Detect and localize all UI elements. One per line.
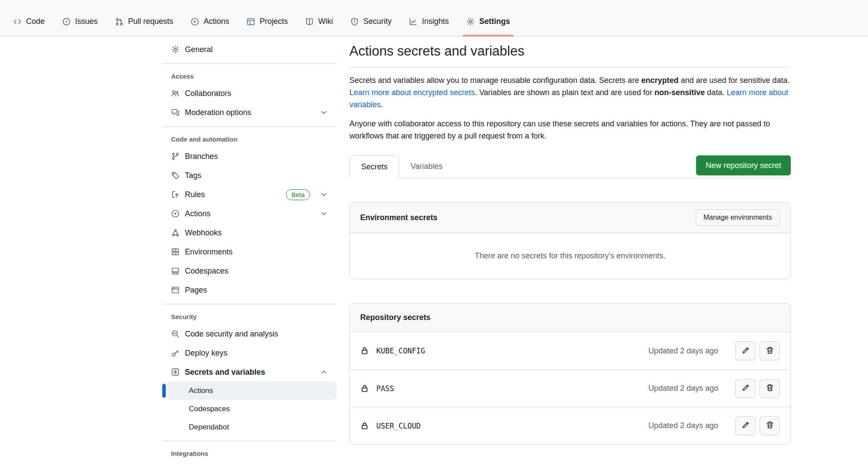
tag-icon: [171, 171, 180, 180]
pencil-icon: [741, 346, 750, 356]
description-paragraph-2: Anyone with collaborator access to this …: [349, 118, 791, 142]
secret-row-kube-config: KUBE_CONFIG Updated 2 days ago: [350, 332, 790, 369]
divider: [349, 67, 791, 67]
repo-push-icon: [171, 190, 180, 199]
link-encrypted-secrets[interactable]: Learn more about encrypted secrets: [349, 88, 475, 97]
codescan-icon: [171, 330, 180, 338]
sidebar-item-branches[interactable]: Branches: [162, 147, 337, 166]
secret-row-user-cloud: USER_CLOUD Updated 2 days ago: [350, 407, 790, 444]
sidebar-item-label: Codespaces: [189, 405, 230, 413]
pencil-icon: [741, 421, 750, 431]
sidebar-item-rules[interactable]: Rules Beta: [162, 185, 337, 204]
sidebar-item-tags[interactable]: Tags: [162, 166, 337, 185]
sidebar-item-code-security[interactable]: Code security and analysis: [162, 324, 337, 343]
chevron-down-icon: [319, 190, 328, 199]
edit-secret-button[interactable]: [735, 341, 756, 360]
tab-label: Settings: [479, 17, 510, 26]
new-repository-secret-button[interactable]: New repository secret: [696, 155, 791, 175]
sidebar-item-label: Deploy keys: [185, 349, 227, 358]
tab-settings[interactable]: Settings: [460, 7, 516, 36]
codespaces-icon: [171, 267, 180, 275]
sidebar-item-label: Branches: [185, 152, 218, 161]
gear-icon: [171, 45, 180, 54]
tab-security[interactable]: Security: [344, 7, 398, 36]
tab-issues[interactable]: Issues: [56, 7, 104, 36]
tab-code[interactable]: Code: [7, 7, 51, 36]
sidebar-item-webhooks[interactable]: Webhooks: [162, 223, 337, 242]
sidebar-item-codespaces[interactable]: Codespaces: [162, 261, 337, 280]
divider: [162, 63, 337, 64]
tab-wiki[interactable]: Wiki: [299, 7, 339, 36]
secret-name: USER_CLOUD: [376, 422, 421, 430]
sidebar-section-integrations: Integrations: [162, 445, 337, 461]
repository-secrets-title: Repository secrets: [360, 313, 431, 322]
environment-secrets-title: Environment secrets: [360, 213, 437, 222]
divider: [162, 304, 337, 304]
sidebar-subitem-codespaces[interactable]: Codespaces: [167, 400, 337, 418]
server-icon: [171, 247, 180, 256]
git-pull-request-icon: [115, 17, 124, 26]
sidebar-item-deploy-keys[interactable]: Deploy keys: [162, 343, 337, 363]
tab-label: Actions: [204, 17, 229, 26]
tab-label: Security: [363, 17, 391, 26]
code-icon: [13, 17, 22, 26]
browser-icon: [171, 286, 180, 294]
tab-label: Wiki: [318, 17, 333, 26]
delete-secret-button[interactable]: [760, 379, 780, 398]
sidebar-item-label: Moderation options: [185, 108, 251, 117]
sidebar-subitem-dependabot[interactable]: Dependabot: [167, 418, 337, 436]
gear-icon: [466, 17, 475, 26]
environment-secrets-panel: Environment secrets Manage environments …: [349, 202, 791, 279]
tab-projects[interactable]: Projects: [240, 7, 294, 36]
people-icon: [171, 89, 180, 98]
delete-secret-button[interactable]: [760, 341, 780, 360]
sidebar-subitem-actions[interactable]: Actions: [167, 382, 337, 400]
secret-updated-text: Updated 2 days ago: [648, 421, 718, 430]
sidebar-item-environments[interactable]: Environments: [162, 242, 337, 261]
repository-secrets-header: Repository secrets: [350, 303, 790, 332]
sidebar-item-general[interactable]: General: [162, 40, 337, 59]
sidebar-item-secrets-and-variables[interactable]: Secrets and variables: [162, 363, 337, 382]
asterisk-box-icon: [171, 368, 180, 376]
settings-main-content: Actions secrets and variables Secrets an…: [349, 36, 791, 445]
sidebar-item-actions[interactable]: Actions: [162, 204, 337, 223]
sidebar-section-security: Security: [162, 309, 337, 324]
tab-actions[interactable]: Actions: [184, 7, 235, 36]
lock-icon: [360, 384, 369, 393]
secret-updated-text: Updated 2 days ago: [648, 346, 718, 356]
issue-opened-icon: [62, 17, 71, 26]
edit-secret-button[interactable]: [735, 416, 756, 435]
tab-variables[interactable]: Variables: [399, 155, 454, 178]
table-icon: [247, 17, 255, 26]
trash-icon: [766, 346, 774, 356]
sidebar-item-label: Webhooks: [185, 228, 222, 237]
tab-secrets[interactable]: Secrets: [349, 155, 399, 178]
sidebar-item-collaborators[interactable]: Collaborators: [162, 84, 337, 103]
tab-pull-requests[interactable]: Pull requests: [109, 7, 179, 36]
manage-environments-button[interactable]: Manage environments: [696, 209, 780, 226]
tab-insights[interactable]: Insights: [403, 7, 455, 36]
key-icon: [171, 349, 180, 357]
sidebar-item-moderation-options[interactable]: Moderation options: [162, 103, 337, 122]
lock-icon: [360, 346, 369, 355]
repository-secrets-panel: Repository secrets KUBE_CONFIG Updated 2…: [349, 303, 791, 445]
sidebar-item-label: Environments: [185, 247, 233, 257]
graph-icon: [409, 17, 418, 26]
sidebar-item-label: Actions: [185, 209, 210, 218]
sidebar-item-pages[interactable]: Pages: [162, 280, 337, 300]
secret-name: PASS: [376, 384, 394, 393]
secret-name: KUBE_CONFIG: [376, 346, 425, 355]
edit-secret-button[interactable]: [735, 379, 756, 398]
git-branch-icon: [171, 152, 180, 161]
trash-icon: [766, 421, 774, 431]
delete-secret-button[interactable]: [760, 416, 780, 435]
webhook-icon: [171, 228, 180, 237]
chevron-down-icon: [319, 108, 328, 117]
sidebar-item-label: Actions: [189, 386, 213, 395]
tab-label: Pull requests: [128, 17, 173, 26]
sidebar-section-code-and-automation: Code and automation: [162, 131, 337, 147]
sidebar-item-label: Tags: [185, 171, 201, 180]
lock-icon: [360, 422, 369, 430]
sidebar-item-label: Dependabot: [189, 423, 229, 432]
repo-tab-bar: Code Issues Pull requests Actions Projec…: [0, 0, 868, 36]
